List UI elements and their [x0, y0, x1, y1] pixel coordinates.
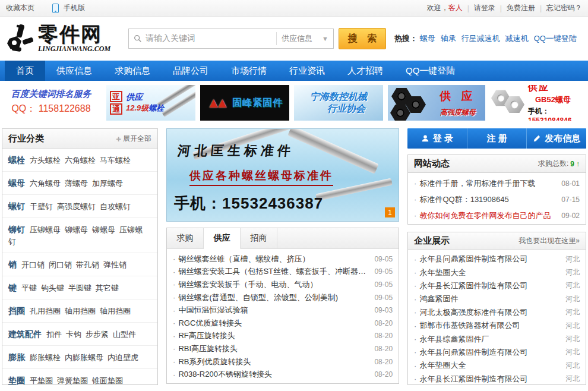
- hot-search-link[interactable]: 减速机: [505, 34, 529, 43]
- company-link[interactable]: 永年县问鼎紧固件制造有限公司: [419, 254, 562, 264]
- category-name-link[interactable]: 挡圈: [8, 306, 25, 316]
- category-sub-link[interactable]: 钩头键: [41, 283, 64, 292]
- ad-ninghai-association[interactable]: 宁海数控机械 行业协会: [294, 85, 383, 121]
- favorite-page-link[interactable]: 收藏本页: [6, 3, 34, 13]
- search-input[interactable]: 请输入关键词: [129, 33, 276, 44]
- nav-item-0[interactable]: 首页: [5, 61, 45, 81]
- ad-baidu-ranking[interactable]: 百度关键词排名服务 QQ： 1158122688: [1, 85, 102, 121]
- news-item-link[interactable]: 标准件QQ群：131908645: [419, 194, 558, 205]
- category-name-link[interactable]: 铆钉: [8, 225, 25, 234]
- company-link[interactable]: 河北太极高强度标准件有限公司: [419, 307, 562, 318]
- category-sub-link[interactable]: 高强度螺钉: [57, 202, 96, 211]
- category-name-link[interactable]: 螺钉: [8, 201, 25, 211]
- nav-item-1[interactable]: 供应信息: [45, 61, 103, 81]
- supply-item-link[interactable]: 钢丝螺套(普通型、自锁型、涂镀型、公制美制): [178, 292, 369, 303]
- hot-search-link[interactable]: 行星减速机: [461, 34, 500, 43]
- category-sub-link[interactable]: 内迫壁虎: [108, 353, 138, 362]
- news-item-link[interactable]: 标准件手册，常用标准件手册下载: [419, 178, 558, 189]
- nav-item-6[interactable]: 人才招聘: [336, 61, 394, 81]
- tab-2[interactable]: 招商: [241, 228, 277, 248]
- category-name-link[interactable]: 销: [8, 260, 17, 269]
- ad-yatong-bolts[interactable]: 亚 通 供应 12.9级螺栓: [106, 85, 195, 121]
- category-sub-link[interactable]: 其它键: [96, 283, 119, 292]
- ad-gufeng-fasteners[interactable]: ▲▲ 固峰紧固件: [200, 85, 289, 121]
- category-sub-link[interactable]: 六角螺母: [30, 179, 61, 188]
- supply-item-link[interactable]: 中国恒温恒湿试验箱: [178, 305, 369, 316]
- category-sub-link[interactable]: 压铆螺母: [30, 225, 61, 234]
- nav-item-2[interactable]: 求购信息: [103, 61, 162, 81]
- register-button[interactable]: 注 册: [467, 128, 527, 149]
- category-name-link[interactable]: 建筑配件: [8, 329, 42, 339]
- company-link[interactable]: 邯郸市伟基铁路器材有限公司: [419, 320, 562, 331]
- category-sub-link[interactable]: 闭口销: [49, 260, 72, 269]
- company-link[interactable]: 永年县问鼎紧固件制造有限公司: [419, 347, 562, 358]
- forgot-password-link[interactable]: 忘记密码？: [546, 3, 582, 13]
- news-item-link[interactable]: 教你如何免费在零件网发布自己的产品: [419, 210, 558, 221]
- nav-item-5[interactable]: 行业资讯: [278, 61, 336, 81]
- nav-item-3[interactable]: 品牌公司: [162, 61, 220, 81]
- category-sub-link[interactable]: 山型件: [113, 330, 136, 339]
- tab-1[interactable]: 供应: [204, 228, 241, 249]
- hot-search-link[interactable]: QQ一键登陆: [534, 34, 577, 43]
- supply-item-link[interactable]: R038-R200不锈钢旋转接头: [178, 369, 369, 380]
- category-sub-link[interactable]: 孔用挡圈: [30, 307, 61, 316]
- hot-search-link[interactable]: 螺母: [420, 34, 435, 43]
- category-sub-link[interactable]: 内膨胀螺母: [65, 353, 103, 362]
- category-sub-link[interactable]: 马车螺栓: [100, 156, 131, 165]
- category-sub-link[interactable]: 方头螺栓: [30, 156, 61, 165]
- category-sub-link[interactable]: 膨胀螺栓: [30, 353, 61, 362]
- category-sub-link[interactable]: 弹簧垫圈: [57, 376, 88, 385]
- nav-item-4[interactable]: 市场行情: [220, 61, 278, 81]
- login-link[interactable]: 请登录: [474, 3, 495, 13]
- supply-item-link[interactable]: RBI高压旋转接头: [178, 343, 369, 354]
- category-sub-link[interactable]: 锥面垫圈: [92, 376, 123, 385]
- appear-here-link[interactable]: 我也要出现在这里»: [519, 236, 580, 246]
- category-sub-link[interactable]: 干壁钉: [30, 202, 53, 211]
- category-name-link[interactable]: 膨胀: [8, 352, 25, 362]
- nav-item-7[interactable]: QQ一键登陆: [394, 61, 466, 81]
- hot-search-link[interactable]: 轴承: [441, 34, 456, 43]
- company-link[interactable]: 永年垫圈大全: [419, 267, 562, 278]
- supply-item-link[interactable]: RF高压旋转接头: [178, 330, 369, 341]
- company-link[interactable]: 鸿鑫紧固件: [419, 294, 562, 304]
- category-sub-link[interactable]: 六角螺栓: [65, 156, 96, 165]
- category-sub-link[interactable]: 薄螺母: [65, 179, 88, 188]
- main-promo-banner[interactable]: 河北匡生标准件 供应各种螺丝螺母标准件 手机：15532436387 1: [166, 128, 399, 222]
- category-sub-link[interactable]: 自攻螺钉: [100, 202, 131, 211]
- login-button[interactable]: 登 录: [407, 128, 467, 149]
- category-name-link[interactable]: 螺母: [8, 178, 25, 188]
- category-sub-link[interactable]: 步步紧: [86, 330, 109, 339]
- search-button[interactable]: 搜 索: [339, 28, 386, 49]
- expand-all-link[interactable]: + 展开全部: [116, 134, 151, 144]
- supply-item-link[interactable]: RB系列优质旋转接头: [178, 357, 369, 367]
- register-link[interactable]: 免费注册: [507, 3, 535, 13]
- category-sub-link[interactable]: 开口销: [21, 260, 45, 269]
- category-sub-link[interactable]: 加厚螺母: [92, 179, 123, 188]
- category-sub-link[interactable]: 轴用挡圈: [65, 307, 96, 316]
- company-link[interactable]: 永年县长江紧固件制造有限公司: [419, 280, 562, 291]
- category-name-link[interactable]: 螺栓: [8, 155, 25, 165]
- category-sub-link[interactable]: 铆螺母: [92, 225, 115, 234]
- ad-high-strength-nuts[interactable]: 供 应 高强度螺母: [388, 85, 485, 121]
- supply-item-link[interactable]: 钢丝螺套安装扳手（手动、电动、气动）: [178, 279, 369, 290]
- category-sub-link[interactable]: 平键: [21, 283, 37, 292]
- company-link[interactable]: 永年县综鑫紧固件厂: [419, 334, 562, 345]
- ad-gb52-nuts[interactable]: 供应 GB52螺母 手机：15531084846: [490, 85, 587, 121]
- category-sub-link[interactable]: 扣件: [46, 330, 62, 339]
- company-link[interactable]: 永年垫圈大全: [419, 360, 562, 371]
- mobile-version-link[interactable]: 手机版: [64, 3, 85, 13]
- supply-item-link[interactable]: 钢丝螺套丝锥（直槽、螺纹槽、挤压）: [178, 254, 369, 264]
- category-name-link[interactable]: 键: [8, 283, 17, 292]
- category-sub-link[interactable]: 半圆键: [68, 283, 91, 292]
- category-sub-link[interactable]: 卡钩: [66, 330, 81, 339]
- category-sub-link[interactable]: 平垫圈: [30, 376, 53, 385]
- site-logo[interactable]: 零件网 LINGJIANWANG.COM: [5, 23, 124, 54]
- category-sub-link[interactable]: 弹性销: [103, 260, 127, 269]
- search-category-select[interactable]: 供应信息 ▼: [276, 32, 333, 45]
- category-sub-link[interactable]: 带孔销: [76, 260, 99, 269]
- category-sub-link[interactable]: 铆螺母: [65, 225, 88, 234]
- category-name-link[interactable]: 垫圈: [8, 376, 25, 385]
- banner-page-indicator[interactable]: 1: [385, 207, 395, 217]
- supply-item-link[interactable]: RGC优质旋转接头: [178, 318, 369, 329]
- supply-item-link[interactable]: 钢丝螺套安装工具（包括ST丝锥、螺套扳手、冲断器、卸套: [178, 266, 369, 277]
